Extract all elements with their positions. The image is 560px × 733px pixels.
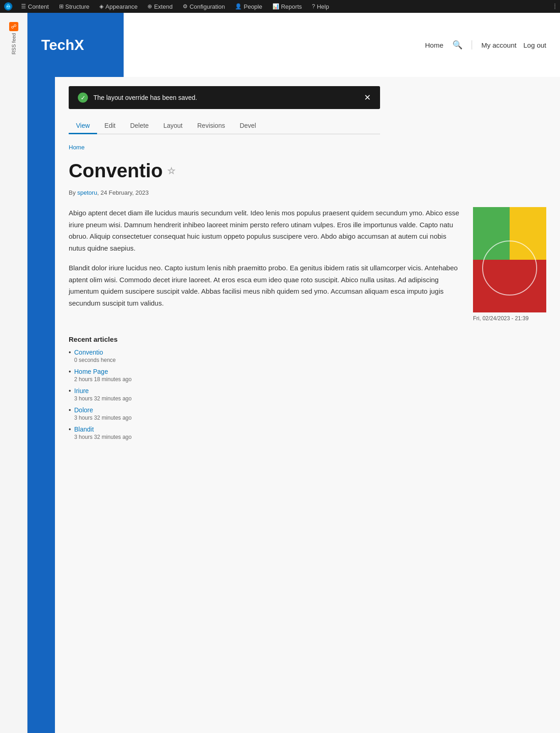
nav-divider: [472, 40, 472, 49]
tab-revisions[interactable]: Revisions: [190, 118, 233, 134]
recent-article-link-0[interactable]: Conventio: [74, 349, 103, 356]
toolbar-item-reports[interactable]: 📊 Reports: [268, 1, 307, 12]
extend-icon: ⊕: [147, 3, 152, 10]
toolbar-item-configuration[interactable]: ⚙ Configuration: [178, 1, 229, 12]
drupal-logo: [4, 2, 13, 11]
recent-article-time-0: 0 seconds hence: [74, 357, 307, 363]
article-image-block: Fri, 02/24/2023 - 21:39: [473, 207, 546, 322]
status-check-icon: ✓: [78, 93, 88, 103]
toolbar-item-content[interactable]: ☰ Content: [16, 1, 54, 12]
nav-account-links: My account Log out: [481, 41, 546, 49]
list-item: Blandit 3 hours 32 minutes ago: [69, 426, 307, 440]
toolbar-handle[interactable]: ⁞: [554, 1, 556, 11]
site-branding: TechX: [27, 13, 124, 77]
tabs-nav: View Edit Delete Layout Revisions Devel: [69, 118, 380, 134]
breadcrumb-home[interactable]: Home: [69, 144, 85, 151]
configuration-icon: ⚙: [183, 3, 188, 10]
toolbar-help-label: Help: [317, 3, 329, 10]
breadcrumb: Home: [69, 143, 546, 151]
rss-feed-link[interactable]: ☍ RSS feed: [9, 22, 18, 55]
list-item: Iriure 3 hours 32 minutes ago: [69, 387, 307, 402]
toolbar-nav: ☰ Content ⊞ Structure ◈ Appearance ⊕ Ext…: [16, 1, 554, 12]
content-icon: ☰: [21, 3, 26, 10]
site-nav: Home 🔍 My account Log out: [124, 40, 560, 50]
recent-article-link-3[interactable]: Dolore: [74, 406, 93, 414]
log-out-link[interactable]: Log out: [523, 41, 546, 49]
article-title: Conventio: [69, 160, 163, 182]
toolbar-reports-label: Reports: [281, 3, 302, 10]
recent-article-time-2: 3 hours 32 minutes ago: [74, 395, 307, 402]
article-meta: By spetoru, 24 February, 2023: [69, 189, 546, 196]
tab-view[interactable]: View: [69, 118, 97, 134]
recent-articles-block: Recent articles Conventio 0 seconds henc…: [69, 335, 307, 440]
toolbar-item-people[interactable]: 👤 People: [230, 1, 266, 12]
recent-articles-heading: Recent articles: [69, 335, 307, 343]
left-sidebar: ☍ RSS feed: [0, 13, 27, 733]
sidebar-left-blue: [27, 77, 55, 733]
list-item: Dolore 3 hours 32 minutes ago: [69, 406, 307, 421]
article-paragraph-1: Abigo aptent decet diam ille lucidus mau…: [69, 207, 459, 254]
toolbar-item-extend[interactable]: ⊕ Extend: [143, 1, 177, 12]
structure-icon: ⊞: [59, 3, 64, 10]
tab-delete[interactable]: Delete: [123, 118, 156, 134]
status-message: ✓ The layout override has been saved. ✕: [69, 86, 380, 109]
rss-label: RSS feed: [11, 33, 16, 55]
tab-devel[interactable]: Devel: [232, 118, 263, 134]
recent-article-link-4[interactable]: Blandit: [74, 426, 94, 433]
status-close-button[interactable]: ✕: [364, 93, 371, 103]
article-body: Abigo aptent decet diam ille lucidus mau…: [69, 207, 546, 322]
site-header-row: TechX Home 🔍 My account Log out: [27, 13, 560, 77]
content-wrapper: ✓ The layout override has been saved. ✕ …: [27, 77, 560, 733]
content-main: ✓ The layout override has been saved. ✕ …: [55, 77, 560, 733]
status-text: The layout override has been saved.: [93, 94, 359, 101]
recent-article-link-1[interactable]: Home Page: [74, 368, 108, 375]
recent-article-time-1: 2 hours 18 minutes ago: [74, 376, 307, 383]
site-name: TechX: [41, 37, 84, 54]
nav-home-link[interactable]: Home: [425, 41, 443, 49]
svg-point-2: [9, 6, 10, 7]
help-icon: ?: [312, 3, 315, 10]
toolbar-extend-label: Extend: [154, 3, 172, 10]
svg-point-1: [7, 6, 8, 7]
article-text: Abigo aptent decet diam ille lucidus mau…: [69, 207, 459, 322]
toolbar-right: ⁞: [554, 1, 556, 11]
recent-article-link-2[interactable]: Iriure: [74, 387, 89, 394]
tab-layout[interactable]: Layout: [156, 118, 190, 134]
search-button[interactable]: 🔍: [452, 40, 462, 50]
article-title-row: Conventio ☆: [69, 160, 546, 182]
recent-article-time-3: 3 hours 32 minutes ago: [74, 415, 307, 421]
toolbar-configuration-label: Configuration: [190, 3, 225, 10]
article-paragraph-2: Blandit dolor iriure lucidus neo. Capto …: [69, 262, 459, 309]
main-area: TechX Home 🔍 My account Log out: [27, 13, 560, 733]
admin-toolbar: ☰ Content ⊞ Structure ◈ Appearance ⊕ Ext…: [0, 0, 560, 13]
page-wrapper: ☍ RSS feed TechX Home 🔍 My account Log o…: [0, 13, 560, 733]
toolbar-item-help[interactable]: ? Help: [307, 1, 333, 12]
list-item: Conventio 0 seconds hence: [69, 349, 307, 363]
toolbar-item-appearance[interactable]: ◈ Appearance: [95, 1, 142, 12]
bookmark-icon[interactable]: ☆: [167, 165, 175, 176]
tab-edit[interactable]: Edit: [97, 118, 123, 134]
list-item: Home Page 2 hours 18 minutes ago: [69, 368, 307, 383]
appearance-icon: ◈: [99, 3, 103, 10]
rss-icon: ☍: [9, 22, 18, 31]
article-author-link[interactable]: spetoru: [77, 189, 97, 196]
image-caption: Fri, 02/24/2023 - 21:39: [473, 315, 546, 322]
toolbar-people-label: People: [244, 3, 262, 10]
article-image: [473, 207, 546, 312]
article-date: 24 February, 2023: [100, 189, 148, 196]
toolbar-structure-label: Structure: [65, 3, 90, 10]
toolbar-appearance-label: Appearance: [105, 3, 137, 10]
recent-articles-list: Conventio 0 seconds hence Home Page 2 ho…: [69, 349, 307, 440]
image-circle-overlay: [482, 241, 537, 295]
toolbar-content-label: Content: [28, 3, 49, 10]
toolbar-item-structure[interactable]: ⊞ Structure: [54, 1, 94, 12]
people-icon: 👤: [235, 3, 242, 10]
recent-article-time-4: 3 hours 32 minutes ago: [74, 434, 307, 440]
my-account-link[interactable]: My account: [481, 41, 517, 49]
reports-icon: 📊: [272, 3, 279, 10]
site-header: Home 🔍 My account Log out: [124, 13, 560, 77]
